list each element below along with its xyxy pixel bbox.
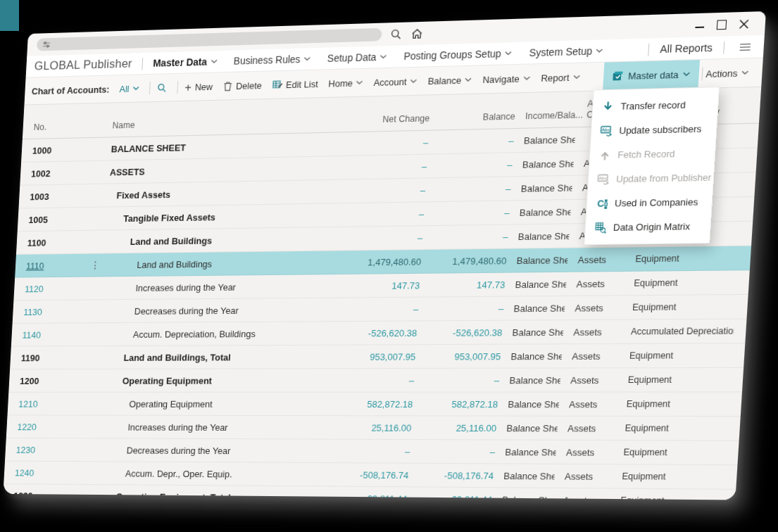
menu-item-update-subscribers[interactable]: AbcUpdate subscribers xyxy=(591,116,717,143)
chevron-down-icon xyxy=(356,80,363,84)
chevron-down-icon xyxy=(410,79,418,83)
menu-item-used-in-companies[interactable]: CUsed in Companies xyxy=(586,189,713,215)
income-balance-cell: Balance Sheet xyxy=(512,158,574,170)
account-name-cell: Tangible Fixed Assets xyxy=(107,210,313,224)
account-no-link[interactable]: 1290 xyxy=(13,490,73,500)
account-no-link[interactable]: 1120 xyxy=(25,283,85,294)
hamburger-menu-button[interactable] xyxy=(740,43,751,50)
nav-item-business-rules[interactable]: Business Rules xyxy=(233,53,310,66)
menu-item-update-from-publisher: AbcUpdate from Publisher xyxy=(588,165,714,192)
menu-item-fetch-record: Fetch Record xyxy=(589,141,715,167)
account-category-cell: Assets xyxy=(554,471,615,482)
menu-item-transfer-record[interactable]: Transfer record xyxy=(592,92,718,120)
nav-item-system-setup[interactable]: System Setup xyxy=(529,45,603,59)
tune-icon xyxy=(42,40,51,49)
table-row-1140[interactable]: 1140Accum. Depreciation, Buildings-526,6… xyxy=(11,319,747,347)
account-no-link[interactable]: 1110 xyxy=(26,260,87,271)
income-balance-cell: Balance Sheet xyxy=(496,422,558,433)
net-change-cell: 582,872.18 xyxy=(301,398,413,409)
master-data-menu-button[interactable]: Master data xyxy=(603,60,701,90)
new-button[interactable]: + New xyxy=(184,80,213,93)
download-arrow-icon xyxy=(601,101,615,113)
account-name-cell: Land and Buildings, Total xyxy=(99,351,304,362)
account-subcategory-cell: Equipment xyxy=(628,253,739,264)
nav-item-posting-groups-setup[interactable]: Posting Groups Setup xyxy=(403,47,513,62)
menu-item-label: Transfer record xyxy=(620,99,686,112)
actions-menu-button[interactable]: Actions xyxy=(705,67,749,79)
column-header-no[interactable]: No. xyxy=(33,121,94,138)
account-no-link[interactable]: 1002 xyxy=(31,167,92,179)
menu-item-label: Update from Publisher xyxy=(616,172,712,184)
close-button[interactable] xyxy=(739,18,749,30)
balance-cell: – xyxy=(422,231,508,243)
net-change-cell: 953,007.95 xyxy=(303,351,416,362)
account-no-link[interactable]: 1220 xyxy=(17,422,77,432)
column-header-income-balance[interactable]: Income/Bala... xyxy=(515,110,577,128)
menu-item-label: Fetch Record xyxy=(617,148,675,160)
toolbar-menu-navigate[interactable]: Navigate xyxy=(482,72,530,84)
filter-all-dropdown[interactable]: All xyxy=(119,83,139,94)
toolbar-menu-home[interactable]: Home xyxy=(328,77,363,89)
account-name-cell: Decreases during the Year xyxy=(94,445,299,456)
balance-cell: 1,479,480.60 xyxy=(421,255,507,267)
companies-icon: C xyxy=(596,197,609,210)
account-no-link[interactable]: 1240 xyxy=(15,467,75,478)
toolbar-menu-balance[interactable]: Balance xyxy=(427,75,472,87)
account-no-link[interactable]: 1230 xyxy=(15,444,76,455)
account-no-link[interactable]: 1190 xyxy=(21,353,82,363)
row-options-icon[interactable]: ⋮ xyxy=(86,259,105,270)
all-reports-button[interactable]: All Reports xyxy=(660,42,713,55)
table-row-1210[interactable]: 1210Operating Equipment582,872.18582,872… xyxy=(8,393,742,417)
search-icon[interactable] xyxy=(390,27,403,40)
account-name-cell: Decreases during the Year xyxy=(102,305,307,317)
net-change-cell: – xyxy=(315,160,427,173)
account-no-link[interactable]: 1210 xyxy=(18,398,79,409)
window-controls xyxy=(695,18,755,31)
corner-artifact xyxy=(0,0,19,31)
account-no-link[interactable]: 1140 xyxy=(22,329,82,340)
account-no-link[interactable]: 1130 xyxy=(23,306,84,317)
income-balance-cell: Balance Sheet xyxy=(513,134,575,146)
balance-cell: – xyxy=(428,135,514,148)
maximize-button[interactable] xyxy=(717,18,727,30)
divider xyxy=(149,82,151,94)
delete-button[interactable]: Delete xyxy=(222,80,262,91)
column-header-balance[interactable]: Balance xyxy=(429,112,515,130)
divider xyxy=(648,43,649,56)
net-change-cell: -526,620.38 xyxy=(305,327,418,338)
nav-item-master-data[interactable]: Master Data xyxy=(153,56,218,69)
account-category-cell: Assets xyxy=(565,302,626,313)
home-icon[interactable] xyxy=(410,27,424,40)
minimize-button[interactable] xyxy=(695,19,705,31)
account-name-cell: Operating Equipment xyxy=(98,375,303,386)
account-category-cell: Assets xyxy=(562,350,622,362)
chevron-down-icon xyxy=(505,51,513,56)
account-no-link[interactable]: 1003 xyxy=(30,190,90,201)
column-header-net-change[interactable]: Net Change xyxy=(317,113,430,132)
chevron-down-icon xyxy=(572,75,580,80)
account-no-link[interactable]: 1005 xyxy=(28,213,89,224)
account-subcategory-cell: Equipment xyxy=(617,423,728,433)
edit-list-button[interactable]: Edit List xyxy=(272,78,318,90)
toolbar-menu-report[interactable]: Report xyxy=(541,72,580,84)
table-row-1200[interactable]: 1200Operating Equipment––Balance SheetAs… xyxy=(8,368,744,393)
account-category-cell: Assets xyxy=(563,326,625,337)
income-balance-cell: Balance Sheet xyxy=(495,446,557,457)
chevron-down-icon xyxy=(683,72,691,77)
toolbar-menu-account[interactable]: Account xyxy=(373,76,418,88)
account-subcategory-cell: Accumulated Depreciation xyxy=(623,326,734,336)
account-no-link[interactable]: 1100 xyxy=(27,236,87,248)
master-data-box-icon xyxy=(612,70,625,82)
account-no-link[interactable]: 1200 xyxy=(20,375,80,386)
table-row-1220[interactable]: 1220Increases during the Year25,116.0025… xyxy=(6,415,741,441)
account-no-link[interactable]: 1000 xyxy=(32,144,93,156)
menu-item-data-origin-matrix[interactable]: Data Origin Matrix xyxy=(585,214,711,240)
account-category-cell: Assets xyxy=(556,447,616,458)
chevron-down-icon xyxy=(596,49,603,53)
income-balance-cell: Balance Sheet xyxy=(494,470,556,481)
nav-item-setup-data[interactable]: Setup Data xyxy=(327,51,387,64)
toolbar-search-button[interactable] xyxy=(156,82,167,93)
income-balance-cell: Balance Sheet xyxy=(498,398,560,410)
matrix-icon xyxy=(594,221,608,234)
table-row-1190[interactable]: 1190Land and Buildings, Total953,007.959… xyxy=(10,343,745,369)
